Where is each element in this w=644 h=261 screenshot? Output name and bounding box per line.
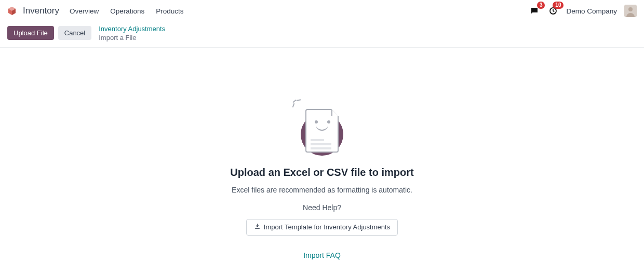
upload-file-button[interactable]: Upload File <box>7 26 54 40</box>
menu-products[interactable]: Products <box>156 7 183 15</box>
cancel-button[interactable]: Cancel <box>58 26 91 40</box>
download-icon <box>254 223 261 231</box>
header-right: 3 10 Demo Company <box>529 5 637 17</box>
import-subtext: Excel files are recommended as formattin… <box>232 186 412 194</box>
activities-icon[interactable]: 10 <box>547 5 559 17</box>
messages-badge: 3 <box>537 2 545 9</box>
user-avatar[interactable] <box>624 5 637 17</box>
breadcrumb: Inventory Adjustments Import a File <box>99 24 165 42</box>
main-menu: Overview Operations Products <box>70 7 184 15</box>
import-faq-link[interactable]: Import FAQ <box>303 251 341 259</box>
menu-operations[interactable]: Operations <box>110 7 144 15</box>
messages-icon[interactable]: 3 <box>529 5 540 17</box>
app-title: Inventory <box>23 6 59 16</box>
import-template-label: Import Template for Inventory Adjustment… <box>264 223 390 231</box>
company-name[interactable]: Demo Company <box>566 7 617 15</box>
breadcrumb-parent[interactable]: Inventory Adjustments <box>99 25 165 33</box>
need-help-label: Need Help? <box>303 203 341 212</box>
svg-point-5 <box>628 7 633 11</box>
document-smile-icon <box>299 102 345 156</box>
import-headline: Upload an Excel or CSV file to import <box>230 167 413 178</box>
menu-overview[interactable]: Overview <box>70 7 99 15</box>
top-nav: Inventory Overview Operations Products 3… <box>0 0 644 22</box>
import-template-button[interactable]: Import Template for Inventory Adjustment… <box>246 219 398 236</box>
breadcrumb-current: Import a File <box>99 34 136 42</box>
activities-badge: 10 <box>553 2 564 9</box>
app-logo-icon <box>7 6 17 16</box>
import-empty-state: Upload an Excel or CSV file to import Ex… <box>0 48 644 259</box>
control-bar: Upload File Cancel Inventory Adjustments… <box>0 22 644 48</box>
